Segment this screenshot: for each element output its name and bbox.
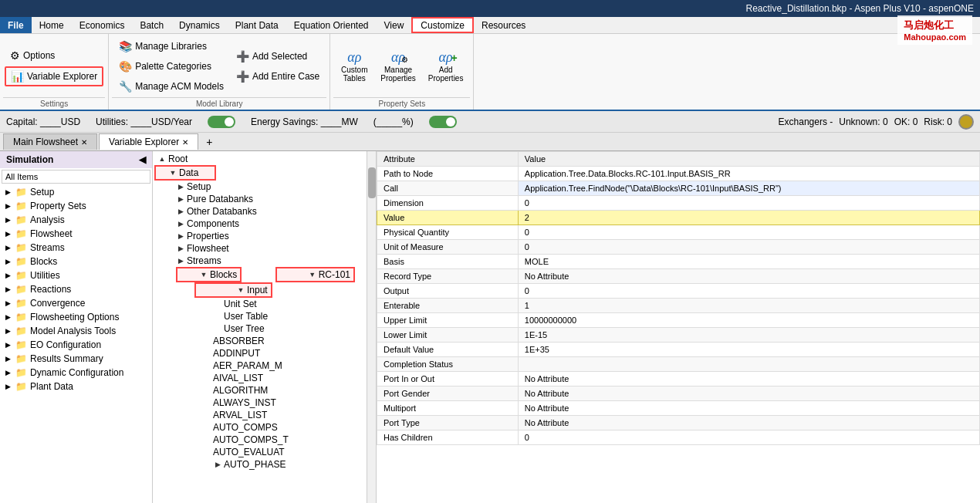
vinput-expand-icon[interactable]: ▼ [236,286,245,294]
tree-scrollbar[interactable] [367,151,376,503]
vtree-absorber[interactable]: ABSORBER [154,335,374,347]
utilities-toggle[interactable] [208,116,235,128]
vtree-arval-list[interactable]: ARVAL_LIST [154,409,374,421]
menu-equation-oriented[interactable]: Equation Oriented [286,17,377,33]
vtree-unit-set[interactable]: Unit Set [154,298,374,310]
vtree-aer-param[interactable]: AER_PARAM_M [154,360,374,372]
status-indicator[interactable] [958,114,974,130]
vtree-data[interactable]: ▼ Data [154,165,216,181]
add-entire-case-button[interactable]: ➕ Add Entire Case [231,67,325,86]
analysis-expand[interactable]: ▶ [3,216,12,224]
menu-plant-data[interactable]: Plant Data [228,17,286,33]
sim-item-reactions[interactable]: ▶ 📁 Reactions [0,282,152,296]
tab-main-close[interactable]: ✕ [81,138,87,147]
vtree-auto-evaluat[interactable]: AUTO_EVALUAT [154,446,374,458]
vtree-auto-comps[interactable]: AUTO_COMPS [154,421,374,434]
manage-acm-button[interactable]: 🔧 Manage ACM Models [113,77,229,96]
vtree-other-databanks[interactable]: ▶ Other Databanks [154,205,374,218]
vflow-expand[interactable]: ▶ [176,245,185,252]
palette-categories-button[interactable]: 🎨 Palette Categories [113,57,229,76]
vtree-user-tree[interactable]: User Tree [154,322,374,335]
sim-item-dynamic-config[interactable]: ▶ 📁 Dynamic Configuration [0,366,152,380]
blocks-expand[interactable]: ▶ [3,258,12,265]
vprops-expand[interactable]: ▶ [176,232,185,240]
add-properties-button[interactable]: αρ + AddProperties [423,46,469,86]
sim-item-flowsheeting[interactable]: ▶ 📁 Flowsheeting Options [0,310,152,324]
vautophase-expand[interactable]: ▶ [213,461,222,468]
vpure-expand[interactable]: ▶ [176,195,185,203]
tree-scroll-thumb[interactable] [368,167,376,198]
sim-item-streams[interactable]: ▶ 📁 Streams [0,241,152,255]
vblocks-expand-icon[interactable]: ▼ [199,271,208,279]
vtree-algorithm[interactable]: ALGORITHM [154,384,374,397]
sim-item-plant-data[interactable]: ▶ 📁 Plant Data [0,380,152,393]
tab-var-close[interactable]: ✕ [182,138,188,147]
setup-expand[interactable]: ▶ [3,188,12,196]
sim-item-property-sets[interactable]: ▶ 📁 Property Sets [0,199,152,213]
model-analysis-expand[interactable]: ▶ [3,327,12,335]
energy-toggle[interactable] [429,116,457,128]
reactions-expand[interactable]: ▶ [3,285,12,293]
sim-item-eo-config[interactable]: ▶ 📁 EO Configuration [0,338,152,352]
menu-resources[interactable]: Resources [474,17,533,33]
tab-add-button[interactable]: + [200,133,218,150]
vtree-pure-databanks[interactable]: ▶ Pure Databanks [154,193,374,205]
vtree-auto-comps-t[interactable]: AUTO_COMPS_T [154,434,374,446]
menu-economics[interactable]: Economics [72,17,133,33]
sim-item-flowsheet[interactable]: ▶ 📁 Flowsheet [0,227,152,241]
custom-tables-button[interactable]: αρ CustomTables [335,46,373,86]
sim-item-model-analysis[interactable]: ▶ 📁 Model Analysis Tools [0,324,152,338]
vtree-rc101[interactable]: ▼ RC-101 [275,267,355,282]
sim-item-convergence[interactable]: ▶ 📁 Convergence [0,296,152,310]
menu-batch[interactable]: Batch [132,17,171,33]
data-expand-icon[interactable]: ▼ [168,169,177,177]
convergence-expand[interactable]: ▶ [3,299,12,307]
vtree-properties[interactable]: ▶ Properties [154,230,374,242]
vtree-always-inst[interactable]: ALWAYS_INST [154,397,374,409]
sim-item-setup[interactable]: ▶ 📁 Setup [0,185,152,199]
sim-item-utilities[interactable]: ▶ 📁 Utilities [0,268,152,282]
vother-expand[interactable]: ▶ [176,208,185,215]
results-summary-expand[interactable]: ▶ [3,355,12,363]
menu-customize[interactable]: Customize [411,17,474,33]
vtree-input[interactable]: ▼ Input [194,282,272,298]
options-button[interactable]: ⚙ Options [5,46,103,65]
vstreams-expand[interactable]: ▶ [176,257,185,265]
sim-item-results-summary[interactable]: ▶ 📁 Results Summary [0,352,152,366]
menu-dynamics[interactable]: Dynamics [171,17,228,33]
variable-explorer-button[interactable]: 📊 Variable Explorer [5,66,103,86]
menu-home[interactable]: Home [32,17,72,33]
flowsheet-expand[interactable]: ▶ [3,230,12,238]
vtree-root[interactable]: ▲ Root [154,153,374,165]
sim-item-blocks[interactable]: ▶ 📁 Blocks [0,255,152,268]
menu-file[interactable]: File [0,17,32,33]
vrc101-expand-icon[interactable]: ▼ [308,271,317,279]
vtree-streams[interactable]: ▶ Streams [154,255,374,267]
dynamic-config-expand[interactable]: ▶ [3,369,12,376]
vtree-components[interactable]: ▶ Components [154,218,374,230]
add-selected-button[interactable]: ➕ Add Selected [231,47,325,66]
vtree-user-table[interactable]: User Table [154,310,374,322]
sim-item-analysis[interactable]: ▶ 📁 Analysis [0,213,152,227]
vtree-flowsheet[interactable]: ▶ Flowsheet [154,242,374,255]
menu-view[interactable]: View [377,17,412,33]
utilities-expand[interactable]: ▶ [3,272,12,279]
manage-properties-button[interactable]: αρ ⚙ ManageProperties [375,46,421,86]
eo-config-expand[interactable]: ▶ [3,341,12,349]
vsetup-expand[interactable]: ▶ [176,183,185,191]
flowsheeting-expand[interactable]: ▶ [3,313,12,321]
plant-data-expand[interactable]: ▶ [3,383,12,390]
vtree-setup[interactable]: ▶ Setup [154,181,374,193]
vtree-auto-phase[interactable]: ▶ AUTO_PHASE [154,458,374,471]
property-sets-expand[interactable]: ▶ [3,202,12,210]
vtree-blocks[interactable]: ▼ Blocks [176,267,242,282]
vtree-aival-list[interactable]: AIVAL_LIST [154,372,374,384]
simulation-search[interactable] [2,170,150,184]
vtree-addinput[interactable]: ADDINPUT [154,347,374,360]
streams-expand[interactable]: ▶ [3,244,12,252]
manage-libraries-button[interactable]: 📚 Manage Libraries [113,37,229,56]
root-expand-icon[interactable]: ▲ [157,155,167,163]
vcomp-expand[interactable]: ▶ [176,220,185,228]
tab-variable-explorer[interactable]: Variable Explorer ✕ [99,133,198,150]
tab-main-flowsheet[interactable]: Main Flowsheet ✕ [3,133,97,150]
